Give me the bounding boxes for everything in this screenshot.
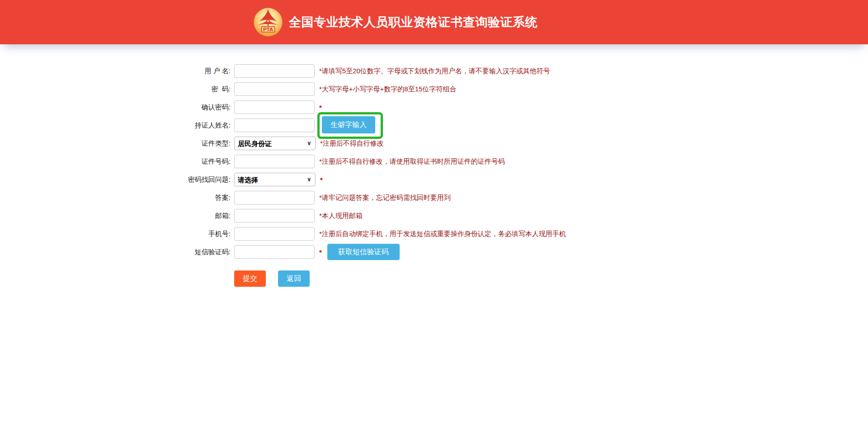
security-question-asterisk: * xyxy=(320,176,323,184)
mobile-label: 手机号: xyxy=(185,230,231,238)
email-hint: *本人现用邮箱 xyxy=(319,212,363,220)
form-row-password: 密 码: *大写字母+小写字母+数字的8至15位字符组合 xyxy=(185,82,868,96)
holder-name-label: 持证人姓名: xyxy=(185,121,231,130)
email-input[interactable] xyxy=(234,209,315,223)
registration-form: 用 户 名: *请填写5至20位数字、字母或下划线作为用户名，请不要输入汉字或其… xyxy=(0,44,868,287)
form-row-username: 用 户 名: *请填写5至20位数字、字母或下划线作为用户名，请不要输入汉字或其… xyxy=(185,64,868,78)
username-hint: *请填写5至20位数字、字母或下划线作为用户名，请不要输入汉字或其他符号 xyxy=(319,67,550,76)
mobile-input[interactable] xyxy=(234,227,315,241)
submit-button[interactable]: 提交 xyxy=(234,270,266,287)
form-row-answer: 答案: *请牢记问题答案，忘记密码需找回时要用到 xyxy=(185,191,868,204)
form-row-id-number: 证件号码: *注册后不得自行修改，请使用取得证书时所用证件的证件号码 xyxy=(185,155,868,168)
svg-text:PTA: PTA xyxy=(263,27,273,32)
security-question-select[interactable]: 请选择 xyxy=(234,173,316,186)
username-input[interactable] xyxy=(234,64,315,78)
form-row-id-type: 证件类型: 居民身份证 ∨ *注册后不得自行修改 xyxy=(185,137,868,150)
id-type-select[interactable]: 居民身份证 xyxy=(234,137,316,150)
rare-character-input-button[interactable]: 生僻字输入 xyxy=(322,116,375,133)
form-row-confirm-password: 确认密码: * xyxy=(185,100,868,114)
sms-code-label: 短信验证码: xyxy=(185,248,231,256)
username-label: 用 户 名: xyxy=(185,67,231,76)
email-label: 邮箱: xyxy=(185,212,231,220)
security-question-select-wrap: 请选择 ∨ xyxy=(234,173,316,186)
confirm-password-input[interactable] xyxy=(234,100,315,114)
sms-code-asterisk: * xyxy=(319,248,322,256)
click-highlight-box: 生僻字输入 xyxy=(317,112,383,139)
id-type-label: 证件类型: xyxy=(185,139,231,148)
answer-label: 答案: xyxy=(185,194,231,202)
mobile-hint: *注册后自动绑定手机，用于发送短信或重要操作身份认定，务必填写本人现用手机 xyxy=(319,230,566,238)
form-row-sms-code: 短信验证码: * 获取短信验证码 xyxy=(185,245,868,259)
form-actions: 提交 返回 xyxy=(234,270,868,287)
form-row-security-question: 密码找回问题: 请选择 ∨ * xyxy=(185,173,868,186)
app-header: PTA 全国专业技术人员职业资格证书查询验证系统 xyxy=(0,0,868,44)
id-type-select-wrap: 居民身份证 ∨ xyxy=(234,137,316,150)
security-question-label: 密码找回问题: xyxy=(185,175,231,184)
brand: PTA 全国专业技术人员职业资格证书查询验证系统 xyxy=(254,8,538,37)
id-number-input[interactable] xyxy=(234,155,315,168)
password-input[interactable] xyxy=(234,82,315,96)
confirm-password-asterisk: * xyxy=(319,104,322,111)
back-button[interactable]: 返回 xyxy=(278,270,310,287)
answer-hint: *请牢记问题答案，忘记密码需找回时要用到 xyxy=(319,194,451,202)
id-number-hint: *注册后不得自行修改，请使用取得证书时所用证件的证件号码 xyxy=(319,157,505,166)
page-title: 全国专业技术人员职业资格证书查询验证系统 xyxy=(289,14,538,30)
sms-code-input[interactable] xyxy=(234,245,315,259)
holder-name-input[interactable] xyxy=(234,119,315,132)
form-row-mobile: 手机号: *注册后自动绑定手机，用于发送短信或重要操作身份认定，务必填写本人现用… xyxy=(185,227,868,241)
password-hint: *大写字母+小写字母+数字的8至15位字符组合 xyxy=(319,85,456,94)
confirm-password-label: 确认密码: xyxy=(185,103,231,112)
id-number-label: 证件号码: xyxy=(185,157,231,166)
password-label: 密 码: xyxy=(185,85,231,94)
get-sms-code-button[interactable]: 获取短信验证码 xyxy=(327,244,400,260)
answer-input[interactable] xyxy=(234,191,315,204)
pta-logo-icon: PTA xyxy=(254,8,283,37)
id-type-hint: *注册后不得自行修改 xyxy=(320,139,384,148)
form-row-email: 邮箱: *本人现用邮箱 xyxy=(185,209,868,223)
form-row-holder-name: 持证人姓名: 生僻字输入 xyxy=(185,119,868,132)
